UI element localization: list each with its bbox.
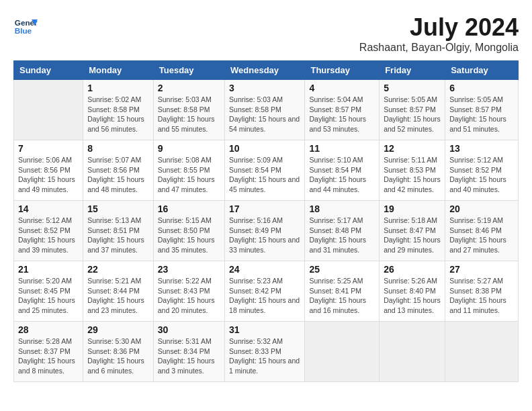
calendar-cell: 14Sunrise: 5:12 AMSunset: 8:52 PMDayligh… bbox=[14, 201, 83, 261]
cell-content: Sunrise: 5:02 AMSunset: 8:58 PMDaylight:… bbox=[87, 95, 149, 134]
calendar-cell: 5Sunrise: 5:05 AMSunset: 8:57 PMDaylight… bbox=[380, 80, 445, 140]
col-header-monday: Monday bbox=[83, 61, 154, 80]
cell-content: Sunrise: 5:11 AMSunset: 8:53 PMDaylight:… bbox=[384, 155, 441, 195]
cell-content: Sunrise: 5:03 AMSunset: 8:58 PMDaylight:… bbox=[229, 95, 300, 134]
cell-content: Sunrise: 5:12 AMSunset: 8:52 PMDaylight:… bbox=[449, 155, 514, 195]
calendar-cell bbox=[445, 322, 519, 382]
cell-content: Sunrise: 5:31 AMSunset: 8:34 PMDaylight:… bbox=[158, 336, 220, 376]
day-number: 24 bbox=[229, 264, 300, 275]
day-number: 26 bbox=[384, 264, 441, 275]
calendar-cell: 25Sunrise: 5:25 AMSunset: 8:41 PMDayligh… bbox=[305, 261, 380, 322]
week-row-1: 1Sunrise: 5:02 AMSunset: 8:58 PMDaylight… bbox=[14, 80, 519, 140]
calendar-cell: 13Sunrise: 5:12 AMSunset: 8:52 PMDayligh… bbox=[445, 140, 519, 201]
day-number: 17 bbox=[229, 203, 300, 214]
day-number: 8 bbox=[87, 143, 149, 154]
calendar-cell: 1Sunrise: 5:02 AMSunset: 8:58 PMDaylight… bbox=[83, 80, 154, 140]
calendar-cell: 24Sunrise: 5:23 AMSunset: 8:42 PMDayligh… bbox=[225, 261, 305, 322]
cell-content: Sunrise: 5:05 AMSunset: 8:57 PMDaylight:… bbox=[384, 95, 441, 134]
day-number: 19 bbox=[384, 203, 441, 214]
calendar-cell: 27Sunrise: 5:27 AMSunset: 8:38 PMDayligh… bbox=[445, 261, 519, 322]
day-number: 13 bbox=[449, 143, 514, 154]
calendar-cell: 6Sunrise: 5:05 AMSunset: 8:57 PMDaylight… bbox=[445, 80, 519, 140]
calendar-cell: 12Sunrise: 5:11 AMSunset: 8:53 PMDayligh… bbox=[380, 140, 445, 201]
day-number: 25 bbox=[309, 264, 375, 275]
day-number: 22 bbox=[87, 264, 149, 275]
day-number: 23 bbox=[158, 264, 220, 275]
cell-content: Sunrise: 5:22 AMSunset: 8:43 PMDaylight:… bbox=[158, 276, 220, 316]
cell-content: Sunrise: 5:20 AMSunset: 8:45 PMDaylight:… bbox=[18, 276, 79, 316]
day-number: 21 bbox=[18, 264, 79, 275]
cell-content: Sunrise: 5:23 AMSunset: 8:42 PMDaylight:… bbox=[229, 276, 300, 316]
cell-content: Sunrise: 5:12 AMSunset: 8:52 PMDaylight:… bbox=[18, 216, 79, 255]
calendar-cell: 20Sunrise: 5:19 AMSunset: 8:46 PMDayligh… bbox=[445, 201, 519, 261]
day-number: 29 bbox=[87, 324, 149, 335]
week-row-4: 21Sunrise: 5:20 AMSunset: 8:45 PMDayligh… bbox=[14, 261, 519, 322]
calendar-cell: 17Sunrise: 5:16 AMSunset: 8:49 PMDayligh… bbox=[225, 201, 305, 261]
calendar-cell: 15Sunrise: 5:13 AMSunset: 8:51 PMDayligh… bbox=[83, 201, 154, 261]
logo: General Blue bbox=[13, 13, 38, 38]
calendar-cell: 2Sunrise: 5:03 AMSunset: 8:58 PMDaylight… bbox=[153, 80, 224, 140]
day-number: 30 bbox=[158, 324, 220, 335]
day-number: 9 bbox=[158, 143, 220, 154]
col-header-sunday: Sunday bbox=[14, 61, 83, 80]
calendar-cell: 11Sunrise: 5:10 AMSunset: 8:54 PMDayligh… bbox=[305, 140, 380, 201]
svg-text:Blue: Blue bbox=[15, 26, 32, 35]
cell-content: Sunrise: 5:09 AMSunset: 8:54 PMDaylight:… bbox=[229, 155, 300, 195]
cell-content: Sunrise: 5:16 AMSunset: 8:49 PMDaylight:… bbox=[229, 216, 300, 255]
day-number: 18 bbox=[309, 203, 375, 214]
calendar-cell: 16Sunrise: 5:15 AMSunset: 8:50 PMDayligh… bbox=[153, 201, 224, 261]
calendar-cell: 7Sunrise: 5:06 AMSunset: 8:56 PMDaylight… bbox=[14, 140, 83, 201]
col-header-tuesday: Tuesday bbox=[153, 61, 224, 80]
cell-content: Sunrise: 5:26 AMSunset: 8:40 PMDaylight:… bbox=[384, 276, 441, 316]
calendar-header-row: SundayMondayTuesdayWednesdayThursdayFrid… bbox=[14, 61, 519, 80]
cell-content: Sunrise: 5:13 AMSunset: 8:51 PMDaylight:… bbox=[87, 216, 149, 255]
calendar-cell bbox=[305, 322, 380, 382]
location: Rashaant, Bayan-Olgiy, Mongolia bbox=[359, 42, 519, 54]
day-number: 15 bbox=[87, 203, 149, 214]
cell-content: Sunrise: 5:03 AMSunset: 8:58 PMDaylight:… bbox=[158, 95, 220, 134]
cell-content: Sunrise: 5:19 AMSunset: 8:46 PMDaylight:… bbox=[449, 216, 514, 255]
col-header-wednesday: Wednesday bbox=[225, 61, 305, 80]
cell-content: Sunrise: 5:30 AMSunset: 8:36 PMDaylight:… bbox=[87, 336, 149, 376]
month-year: July 2024 bbox=[359, 13, 519, 42]
day-number: 5 bbox=[384, 83, 441, 93]
cell-content: Sunrise: 5:08 AMSunset: 8:55 PMDaylight:… bbox=[158, 155, 220, 195]
day-number: 7 bbox=[18, 143, 79, 154]
calendar-cell: 10Sunrise: 5:09 AMSunset: 8:54 PMDayligh… bbox=[225, 140, 305, 201]
cell-content: Sunrise: 5:05 AMSunset: 8:57 PMDaylight:… bbox=[449, 95, 514, 134]
day-number: 10 bbox=[229, 143, 300, 154]
calendar-cell: 22Sunrise: 5:21 AMSunset: 8:44 PMDayligh… bbox=[83, 261, 154, 322]
calendar-cell: 19Sunrise: 5:18 AMSunset: 8:47 PMDayligh… bbox=[380, 201, 445, 261]
cell-content: Sunrise: 5:28 AMSunset: 8:37 PMDaylight:… bbox=[18, 336, 79, 376]
day-number: 31 bbox=[229, 324, 300, 335]
cell-content: Sunrise: 5:32 AMSunset: 8:33 PMDaylight:… bbox=[229, 336, 300, 376]
calendar-cell: 23Sunrise: 5:22 AMSunset: 8:43 PMDayligh… bbox=[153, 261, 224, 322]
calendar-cell: 8Sunrise: 5:07 AMSunset: 8:56 PMDaylight… bbox=[83, 140, 154, 201]
calendar-cell: 9Sunrise: 5:08 AMSunset: 8:55 PMDaylight… bbox=[153, 140, 224, 201]
cell-content: Sunrise: 5:27 AMSunset: 8:38 PMDaylight:… bbox=[449, 276, 514, 316]
cell-content: Sunrise: 5:07 AMSunset: 8:56 PMDaylight:… bbox=[87, 155, 149, 195]
calendar-cell: 3Sunrise: 5:03 AMSunset: 8:58 PMDaylight… bbox=[225, 80, 305, 140]
calendar-cell bbox=[14, 80, 83, 140]
col-header-friday: Friday bbox=[380, 61, 445, 80]
cell-content: Sunrise: 5:15 AMSunset: 8:50 PMDaylight:… bbox=[158, 216, 220, 255]
day-number: 4 bbox=[309, 83, 375, 93]
cell-content: Sunrise: 5:06 AMSunset: 8:56 PMDaylight:… bbox=[18, 155, 79, 195]
page-header: General Blue July 2024 Rashaant, Bayan-O… bbox=[13, 13, 519, 54]
calendar-cell: 28Sunrise: 5:28 AMSunset: 8:37 PMDayligh… bbox=[14, 322, 83, 382]
calendar-cell: 21Sunrise: 5:20 AMSunset: 8:45 PMDayligh… bbox=[14, 261, 83, 322]
cell-content: Sunrise: 5:21 AMSunset: 8:44 PMDaylight:… bbox=[87, 276, 149, 316]
week-row-2: 7Sunrise: 5:06 AMSunset: 8:56 PMDaylight… bbox=[14, 140, 519, 201]
col-header-thursday: Thursday bbox=[305, 61, 380, 80]
col-header-saturday: Saturday bbox=[445, 61, 519, 80]
day-number: 6 bbox=[449, 83, 514, 93]
logo-icon: General Blue bbox=[13, 13, 38, 38]
day-number: 3 bbox=[229, 83, 300, 93]
cell-content: Sunrise: 5:04 AMSunset: 8:57 PMDaylight:… bbox=[309, 95, 375, 134]
day-number: 12 bbox=[384, 143, 441, 154]
cell-content: Sunrise: 5:10 AMSunset: 8:54 PMDaylight:… bbox=[309, 155, 375, 195]
day-number: 11 bbox=[309, 143, 375, 154]
day-number: 2 bbox=[158, 83, 220, 93]
cell-content: Sunrise: 5:25 AMSunset: 8:41 PMDaylight:… bbox=[309, 276, 375, 316]
calendar-cell: 4Sunrise: 5:04 AMSunset: 8:57 PMDaylight… bbox=[305, 80, 380, 140]
